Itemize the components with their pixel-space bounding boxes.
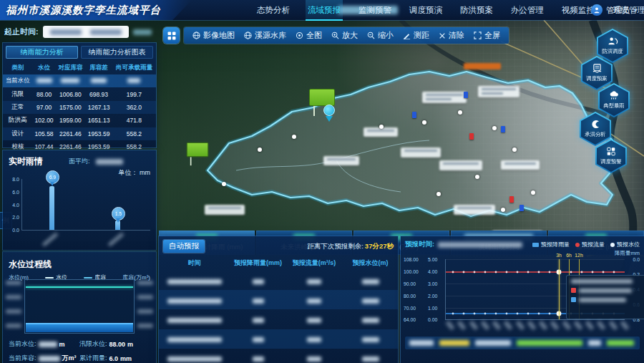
gate-pin[interactable] (501, 126, 505, 132)
alert-pin[interactable] (509, 196, 514, 203)
y-label-blurred (6, 324, 21, 328)
layers-grid-button[interactable] (163, 27, 180, 44)
forecast-row[interactable] (159, 290, 398, 309)
tool-label: 全图 (306, 30, 322, 41)
tab-rain-capacity-analysis[interactable]: 纳雨能力分析 (6, 46, 78, 59)
axis-tick: 3.00 (428, 281, 437, 286)
nav-basin-forecast[interactable]: 流域预报 (306, 0, 343, 21)
grid-icon (167, 32, 176, 40)
nav-situation-analysis[interactable]: 态势分析 (255, 0, 292, 21)
station-dot[interactable] (492, 126, 497, 130)
forecast-countdown: 距离下次预报剩余: 37分27秒 (307, 242, 394, 251)
y-tick: 8.0 (5, 177, 19, 182)
nav-divider (519, 5, 520, 15)
dashboard: 影像地图 溪源水库 全图 放大 缩小 (0, 0, 644, 363)
station-dot[interactable] (436, 192, 441, 196)
date-filter: 起止时间: (4, 26, 152, 38)
forecast-row[interactable] (159, 271, 398, 290)
row-category: 正常 (3, 101, 32, 114)
tool-xiyuan-reservoir[interactable]: 溪源水库 (244, 30, 286, 41)
gate-pin[interactable] (412, 112, 416, 118)
tool-zoom-out[interactable]: 缩小 (367, 30, 394, 41)
level-line-chart (24, 279, 135, 334)
nav-office-management[interactable]: 办公管理 (509, 0, 546, 21)
top-nav-bar: 福州市溪源溪数字孪生流域平台 态势分析 流域预报 监测预警 调度预演 防洪预案 … (0, 0, 644, 20)
stat-label: 当前水位: (9, 339, 36, 349)
station-dot[interactable] (531, 190, 535, 195)
rain-bar (49, 186, 54, 230)
axis-tick: 2.00 (428, 294, 437, 299)
gate-pin[interactable] (519, 205, 524, 211)
col-storage: 对应库容 (56, 62, 85, 74)
tool-full-extent[interactable]: 全图 (296, 30, 322, 41)
stat-value-blurred (39, 342, 57, 347)
capacity-tabs: 纳雨能力分析 纳雨能力分析图表 (3, 43, 156, 60)
alert-pin[interactable] (469, 133, 474, 140)
gate-pin[interactable] (464, 92, 468, 98)
hex-label: 调度预案 (586, 74, 607, 82)
capacity-table: 类别 水位 对应库容 库容差 尚可承载雨量 当前水位 汛限 88.00 1006… (3, 62, 156, 153)
hex-label: 防洪调度 (602, 47, 623, 54)
storage-area (26, 323, 133, 332)
station-dot[interactable] (258, 147, 262, 152)
date-range-input[interactable] (43, 26, 129, 38)
legend-label: 预报水位 (617, 241, 640, 248)
rain-capacity-panel: 纳雨能力分析 纳雨能力分析图表 类别 水位 对应库容 库容差 尚可承载雨量 当前… (3, 43, 156, 147)
forecast-row[interactable] (159, 349, 398, 363)
legend-forecast-level[interactable]: 预报水位 (610, 241, 640, 248)
stat-label: 累计雨量: (79, 354, 107, 363)
station-dot[interactable] (379, 125, 384, 129)
station-dot[interactable] (501, 208, 505, 212)
map-tools: 影像地图 溪源水库 全图 放大 缩小 (184, 27, 509, 44)
reservoir-marker[interactable] (323, 105, 335, 120)
forecast-row[interactable] (159, 309, 398, 329)
level-stats: 当前水位: m 汛限水位: 88.00 m 当前库容: 万m³ 累计雨量: 6.… (9, 339, 150, 363)
realtime-rain-panel: 实时雨情 面平均: 单位： mm 8.0 6.0 4.0 2.0 0.0 6.9… (3, 150, 156, 250)
map-toolbar: 影像地图 溪源水库 全图 放大 缩小 (163, 27, 509, 44)
target-icon (296, 32, 303, 39)
area-avg-label: 面平均: (69, 157, 90, 166)
green-flag-marker[interactable] (187, 142, 209, 165)
tool-label: 影像地图 (203, 30, 235, 41)
capacity-header-row: 类别 水位 对应库容 库容差 尚可承载雨量 (3, 62, 156, 74)
tool-imagery-map[interactable]: 影像地图 (192, 30, 235, 41)
col-category: 类别 (3, 62, 32, 74)
start-date-blurred (50, 29, 82, 35)
axis-tick: 64.00 (404, 317, 416, 322)
station-dot[interactable] (512, 147, 517, 152)
panel-title: 实时雨情 (9, 155, 43, 168)
station-dot[interactable] (222, 182, 226, 186)
plan-document-icon (592, 64, 602, 73)
legend-forecast-rain[interactable]: 预报降雨量 (532, 241, 570, 248)
user-name: 管理员 (606, 5, 630, 16)
rainstorm-cloud-icon (609, 91, 620, 100)
station-dot[interactable] (475, 175, 479, 179)
hex-button-dispatch-warning[interactable]: 调度预警 (595, 139, 627, 173)
nav-flood-plan[interactable]: 防洪预案 (458, 0, 495, 21)
tab-rain-capacity-chart[interactable]: 纳雨能力分析图表 (81, 46, 153, 59)
stat-unit: 万m³ (62, 354, 77, 363)
forecast-row[interactable] (159, 329, 398, 349)
tool-zoom-in[interactable]: 放大 (331, 30, 358, 41)
tool-clear[interactable]: 清除 (439, 30, 464, 41)
tool-measure[interactable]: 测距 (403, 30, 429, 41)
station-dot[interactable] (292, 135, 296, 139)
table-row: 设计 105.58 2261.46 1953.59 558.2 (3, 127, 156, 140)
footer-item-blurred (439, 340, 469, 346)
forecast-line-chart[interactable]: 3h 6h 12h (445, 259, 625, 320)
auto-forecast-button[interactable]: 自动预报 (163, 240, 205, 253)
tool-fullscreen[interactable]: 全屏 (474, 30, 500, 41)
zoom-out-icon (367, 32, 375, 39)
user-menu[interactable]: 管理员 ▼ (591, 0, 638, 20)
balloon-value: 6.9 (49, 175, 56, 180)
station-dot[interactable] (458, 110, 462, 115)
chart-tooltip (566, 275, 644, 319)
table-row: 正常 97.00 1575.00 1267.13 362.0 (3, 101, 156, 114)
station-dot[interactable] (422, 120, 426, 125)
nav-monitoring-warning[interactable]: 监测预警 (356, 0, 394, 21)
cell-diff: 1953.59 (85, 127, 112, 140)
cell-level: 97.00 (32, 101, 55, 114)
legend-forecast-flow[interactable]: 预报流量 (575, 241, 605, 248)
nav-dispatch-rehearsal[interactable]: 调度预演 (407, 0, 444, 21)
stat-label: 当前库容: (9, 354, 36, 363)
